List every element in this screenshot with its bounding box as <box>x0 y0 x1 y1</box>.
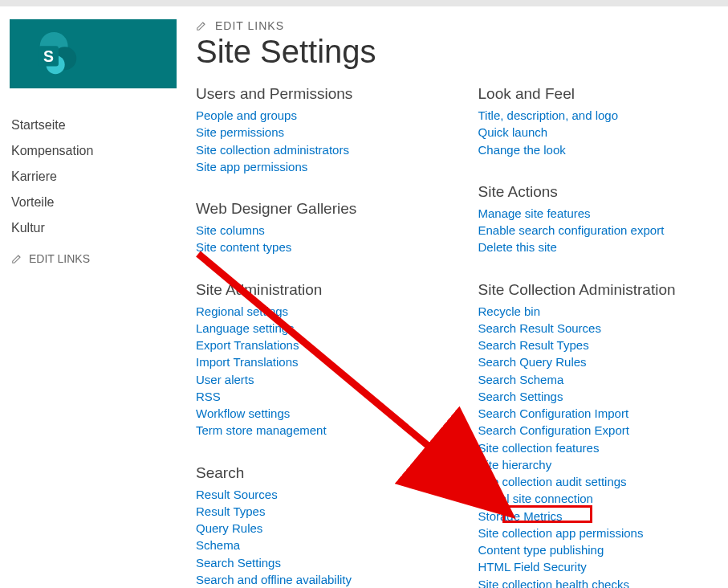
sharepoint-icon: S <box>32 29 82 79</box>
group-title: Web Designer Galleries <box>196 200 446 218</box>
edit-links-top[interactable]: EDIT LINKS <box>196 19 728 32</box>
group-users-permissions: Users and Permissions People and groups … <box>196 85 446 176</box>
link-site-hierarchy[interactable]: Site hierarchy <box>478 457 729 474</box>
link-site-collection-administrators[interactable]: Site collection administrators <box>196 142 446 159</box>
link-search-configuration-export[interactable]: Search Configuration Export <box>478 423 729 439</box>
link-workflow-settings[interactable]: Workflow settings <box>196 406 446 423</box>
link-regional-settings[interactable]: Regional settings <box>196 304 446 321</box>
link-search-result-sources[interactable]: Search Result Sources <box>478 321 729 337</box>
link-storage-metrics[interactable]: Storage Metrics <box>478 508 729 525</box>
group-title: Users and Permissions <box>196 85 446 103</box>
link-manage-site-features[interactable]: Manage site features <box>478 206 729 223</box>
link-content-type-publishing[interactable]: Content type publishing <box>478 542 729 559</box>
group-title: Site Actions <box>478 183 729 201</box>
link-site-columns[interactable]: Site columns <box>196 223 446 239</box>
link-export-translations[interactable]: Export Translations <box>196 337 446 354</box>
header-block: EDIT LINKS Site Settings <box>196 19 728 71</box>
link-user-alerts[interactable]: User alerts <box>196 372 446 389</box>
left-nav: Startseite Kompensation Karriere Vorteil… <box>10 112 194 265</box>
link-site-collection-health-checks[interactable]: Site collection health checks <box>478 577 729 589</box>
svg-text:S: S <box>43 47 54 65</box>
pencil-icon <box>196 20 207 31</box>
group-site-collection-administration: Site Collection Administration Recycle b… <box>478 281 729 589</box>
left-column-container: S Startseite Kompensation Karriere Vorte… <box>10 19 194 588</box>
group-site-administration: Site Administration Regional settings La… <box>196 281 446 440</box>
link-result-types[interactable]: Result Types <box>196 504 446 521</box>
settings-col-right: Look and Feel Title, description, and lo… <box>478 85 729 588</box>
settings-col-left: Users and Permissions People and groups … <box>196 85 446 588</box>
link-search-and-offline-availability[interactable]: Search and offline availability <box>196 572 446 588</box>
link-language-settings[interactable]: Language settings <box>196 321 446 337</box>
link-site-permissions[interactable]: Site permissions <box>196 125 446 141</box>
link-enable-search-configuration-export[interactable]: Enable search configuration export <box>478 223 729 239</box>
nav-item-vorteile[interactable]: Vorteile <box>11 190 194 215</box>
link-site-content-types[interactable]: Site content types <box>196 239 446 256</box>
link-delete-this-site[interactable]: Delete this site <box>478 239 729 256</box>
site-logo[interactable]: S <box>10 19 177 88</box>
group-title: Site Collection Administration <box>478 281 729 299</box>
link-site-app-permissions[interactable]: Site app permissions <box>196 159 446 176</box>
link-schema[interactable]: Schema <box>196 537 446 554</box>
top-bar <box>0 0 728 6</box>
main-content: EDIT LINKS Site Settings Users and Permi… <box>194 19 728 588</box>
link-search-configuration-import[interactable]: Search Configuration Import <box>478 406 729 423</box>
pencil-icon <box>11 253 22 264</box>
link-term-store-management[interactable]: Term store management <box>196 423 446 439</box>
group-search: Search Result Sources Result Types Query… <box>196 464 446 589</box>
nav-item-kompensation[interactable]: Kompensation <box>11 138 194 164</box>
link-site-collection-app-permissions[interactable]: Site collection app permissions <box>478 525 729 542</box>
page-container: S Startseite Kompensation Karriere Vorte… <box>0 6 728 588</box>
link-people-and-groups[interactable]: People and groups <box>196 108 446 125</box>
edit-links-side[interactable]: EDIT LINKS <box>11 252 194 265</box>
link-search-settings-sc[interactable]: Search Settings <box>478 389 729 406</box>
page-title: Site Settings <box>196 32 728 71</box>
link-search-query-rules[interactable]: Search Query Rules <box>478 354 729 371</box>
link-recycle-bin[interactable]: Recycle bin <box>478 304 729 321</box>
group-site-actions: Site Actions Manage site features Enable… <box>478 183 729 257</box>
group-look-and-feel: Look and Feel Title, description, and lo… <box>478 85 729 159</box>
edit-links-top-label: EDIT LINKS <box>215 19 284 32</box>
edit-links-side-label: EDIT LINKS <box>29 252 90 265</box>
group-title: Site Administration <box>196 281 446 299</box>
link-html-field-security[interactable]: HTML Field Security <box>478 559 729 576</box>
link-result-sources[interactable]: Result Sources <box>196 487 446 504</box>
settings-columns: Users and Permissions People and groups … <box>196 85 728 588</box>
nav-item-kultur[interactable]: Kultur <box>11 215 194 241</box>
link-search-settings[interactable]: Search Settings <box>196 555 446 572</box>
link-search-schema[interactable]: Search Schema <box>478 372 729 389</box>
link-query-rules[interactable]: Query Rules <box>196 521 446 537</box>
nav-item-karriere[interactable]: Karriere <box>11 164 194 190</box>
group-title: Search <box>196 464 446 482</box>
link-quick-launch[interactable]: Quick launch <box>478 125 729 141</box>
link-import-translations[interactable]: Import Translations <box>196 354 446 371</box>
link-site-collection-features[interactable]: Site collection features <box>478 440 729 457</box>
link-change-the-look[interactable]: Change the look <box>478 142 729 159</box>
link-rss[interactable]: RSS <box>196 389 446 406</box>
group-web-designer-galleries: Web Designer Galleries Site columns Site… <box>196 200 446 257</box>
link-portal-site-connection[interactable]: Portal site connection <box>478 491 729 508</box>
link-title-description-logo[interactable]: Title, description, and logo <box>478 108 729 125</box>
nav-item-startseite[interactable]: Startseite <box>11 112 194 138</box>
group-title: Look and Feel <box>478 85 729 103</box>
link-site-collection-audit-settings[interactable]: Site collection audit settings <box>478 474 729 491</box>
link-search-result-types[interactable]: Search Result Types <box>478 337 729 354</box>
